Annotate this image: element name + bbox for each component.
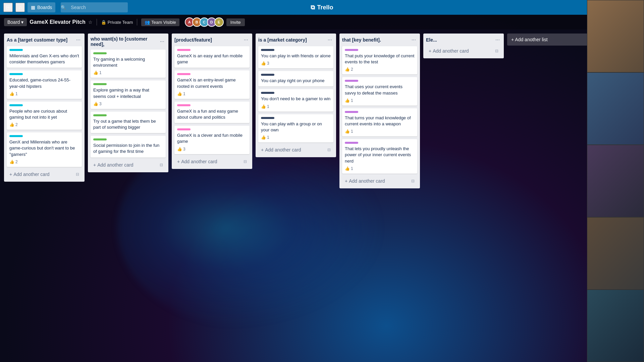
add-card-left-1: +Add another card	[93, 162, 133, 168]
trello-logo-text: Trello	[317, 4, 333, 11]
invite-button[interactable]: Invite	[226, 18, 245, 26]
grid-icon[interactable]: ⊞	[3, 3, 13, 12]
column-menu-button-3[interactable]: ···	[326, 36, 333, 44]
column-menu-button-5[interactable]: ···	[494, 36, 501, 44]
video-feed-5	[587, 290, 644, 362]
video-feed-3	[587, 145, 644, 217]
search-input[interactable]	[61, 2, 128, 12]
vote-count-3-0: 3	[267, 61, 269, 66]
video-panel	[587, 0, 644, 362]
card-footer-1-1: 👍3	[93, 102, 163, 106]
card-0-2[interactable]: People who are curious about gaming but …	[7, 102, 82, 130]
card-footer-3-3: 👍1	[261, 135, 331, 140]
card-0-1[interactable]: Educated, game-curious 24-55-year-old hi…	[7, 70, 82, 99]
vote-count-2-1: 1	[183, 92, 185, 96]
boards-button[interactable]: ▦ Boards	[28, 2, 55, 12]
trello-logo: ⧉ Trello	[311, 4, 333, 11]
vote-count-4-0: 2	[351, 67, 353, 72]
card-label-4-2	[345, 111, 358, 113]
star-icon[interactable]: ☆	[88, 19, 93, 25]
card-3-2[interactable]: You don't need to be a gamer to win👍1	[258, 89, 333, 111]
thumbs-up-icon: 👍	[177, 147, 182, 152]
card-vote-1-0: 👍1	[93, 70, 102, 75]
plus-icon: +	[345, 178, 347, 184]
card-footer-0-3: 👍2	[9, 160, 79, 164]
card-0-0[interactable]: Millennials and Gen X-ers who don't cons…	[7, 46, 82, 68]
card-2-1[interactable]: GameX is an entry-level game rooted in c…	[174, 70, 250, 99]
card-3-0[interactable]: You can play in with friends or alone👍3	[258, 46, 333, 68]
plus-icon: +	[9, 172, 12, 177]
card-footer-0-2: 👍2	[9, 122, 79, 127]
column-header-2: [product/feature]···	[174, 36, 250, 44]
add-card-button-4[interactable]: +Add another card⊟	[342, 176, 417, 186]
card-vote-1-1: 👍3	[93, 102, 102, 106]
card-label-3-0	[261, 49, 274, 51]
card-label-3-1	[261, 74, 274, 76]
add-card-label-2: Add another card	[181, 159, 217, 164]
column-menu-button-1[interactable]: ···	[159, 38, 166, 45]
video-cell-1	[587, 0, 644, 72]
thumbs-up-icon: 👍	[261, 135, 266, 140]
video-cell-2	[587, 72, 644, 145]
card-1-2[interactable]: Try out a game that lets them be part of…	[91, 112, 166, 133]
search-wrapper: 🔍	[58, 2, 128, 12]
column-menu-button-0[interactable]: ···	[75, 36, 82, 44]
card-1-1[interactable]: Explore gaming in a way that seems cool …	[91, 80, 166, 109]
card-label-0-2	[9, 104, 23, 106]
thumbs-up-icon: 👍	[345, 67, 350, 72]
add-card-label-4: Add another card	[349, 178, 385, 184]
home-icon[interactable]: ⌂	[15, 3, 25, 12]
trello-logo-icon: ⧉	[311, 4, 315, 11]
card-text-3-1: You can play right on your phone	[261, 78, 331, 84]
card-label-2-3	[177, 128, 191, 130]
add-card-label-1: Add another card	[97, 162, 133, 168]
card-1-0[interactable]: Try gaming in a welcoming environment👍1	[91, 50, 166, 78]
video-cell-4	[587, 217, 644, 290]
card-4-1[interactable]: That uses your current events savvy to d…	[342, 77, 417, 105]
video-feed-4	[587, 218, 644, 289]
card-text-2-2: GameX is a fun and easy game about cultu…	[177, 108, 247, 120]
column-header-4: that [key benefit].···	[342, 36, 417, 44]
archive-icon: ⊟	[327, 147, 331, 152]
private-label-text: Private Team	[108, 20, 133, 25]
card-2-0[interactable]: GameX is an easy and fun mobile game	[174, 46, 250, 68]
add-card-button-1[interactable]: +Add another card⊟	[91, 160, 166, 170]
card-4-2[interactable]: That turns your mad knowledge of current…	[342, 108, 417, 136]
card-3-1[interactable]: You can play right on your phone	[258, 71, 333, 86]
card-4-0[interactable]: That puts your knowledge of current even…	[342, 46, 417, 74]
add-card-button-2[interactable]: +Add another card⊟	[174, 157, 250, 166]
card-footer-2-3: 👍3	[177, 147, 247, 152]
card-vote-0-2: 👍2	[9, 122, 18, 127]
card-4-3[interactable]: That lets you proudly unleash the power …	[342, 139, 417, 174]
card-label-3-2	[261, 92, 274, 94]
add-card-button-5[interactable]: +Add another card⊟	[426, 46, 501, 56]
team-visible-button[interactable]: 👥 Team Visible	[141, 18, 179, 26]
vote-count-4-3: 1	[351, 166, 353, 171]
private-label: 🔒 Private Team	[101, 20, 133, 25]
add-column-button[interactable]: + Add another list	[507, 34, 588, 46]
card-footer-0-1: 👍1	[9, 92, 79, 96]
board-dropdown-button[interactable]: Board ▾	[4, 18, 27, 26]
plus-icon: +	[261, 147, 264, 153]
thumbs-up-icon: 👍	[345, 129, 350, 134]
card-text-2-3: GameX is a clever and fun mobile game	[177, 132, 247, 144]
column-menu-button-2[interactable]: ···	[243, 36, 250, 44]
add-card-label-5: Add another card	[433, 48, 469, 54]
vote-count-3-2: 1	[267, 104, 269, 109]
card-1-3[interactable]: Social permission to join in the fun of …	[91, 136, 166, 157]
card-vote-3-3: 👍1	[261, 135, 269, 140]
card-0-3[interactable]: GenX and Millennials who are game-curiou…	[7, 132, 82, 167]
card-footer-4-2: 👍1	[345, 129, 415, 134]
column-4: that [key benefit].···That puts your kno…	[339, 34, 420, 188]
add-card-button-3[interactable]: +Add another card⊟	[258, 145, 333, 155]
card-footer-2-1: 👍1	[177, 92, 247, 96]
card-3-3[interactable]: You can play with a group or on your own…	[258, 114, 333, 142]
card-text-1-0: Try gaming in a welcoming environment	[93, 56, 163, 68]
card-text-0-3: GenX and Millennials who are game-curiou…	[9, 139, 79, 158]
card-vote-3-0: 👍3	[261, 61, 269, 66]
add-card-button-0[interactable]: +Add another card⊟	[7, 170, 82, 179]
column-menu-button-4[interactable]: ···	[410, 36, 417, 44]
card-2-3[interactable]: GameX is a clever and fun mobile game👍3	[174, 126, 250, 154]
card-2-2[interactable]: GameX is a fun and easy game about cultu…	[174, 102, 250, 123]
video-cell-3	[587, 145, 644, 217]
